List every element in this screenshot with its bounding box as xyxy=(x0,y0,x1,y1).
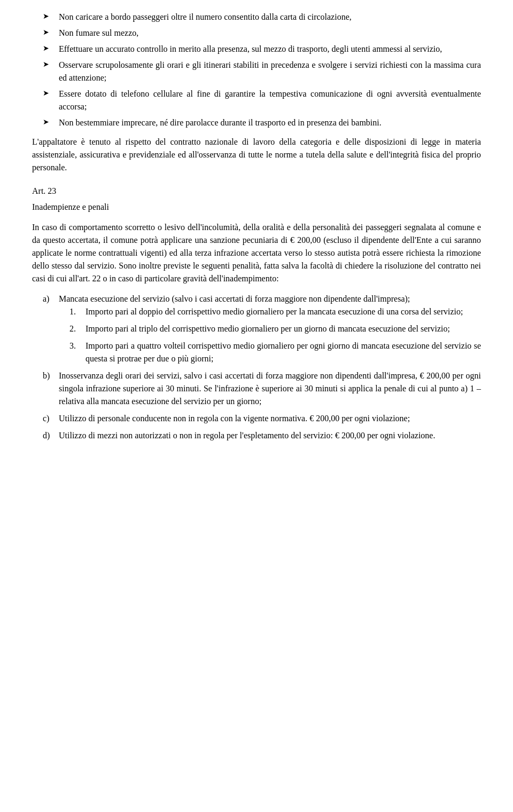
bullet-list: Non caricare a bordo passeggeri oltre il… xyxy=(32,11,481,129)
letter-label-a: a) xyxy=(43,293,49,305)
lettered-text-a: Mancata esecuzione del servizio (salvo i… xyxy=(59,294,410,303)
lettered-item-a: a) Mancata esecuzione del servizio (salv… xyxy=(43,293,481,365)
bullet-text-4: Osservare scrupolosamente gli orari e gl… xyxy=(59,60,481,82)
paragraph-sanzioni: In caso di comportamento scorretto o les… xyxy=(32,221,481,285)
bullet-item-3: Effettuare un accurato controllo in meri… xyxy=(43,43,481,56)
bullet-text-5: Essere dotato di telefono cellulare al f… xyxy=(59,89,481,111)
numbered-text-1: Importo pari al doppio del corrispettivo… xyxy=(86,307,463,316)
numbered-item-1: 1. Importo pari al doppio del corrispett… xyxy=(69,305,481,318)
bullet-text-3: Effettuare un accurato controllo in meri… xyxy=(59,44,442,53)
lettered-item-d: d) Utilizzo di mezzi non autorizzati o n… xyxy=(43,429,481,442)
numbered-text-2: Importo pari al triplo del corrispettivo… xyxy=(86,324,450,333)
letter-label-b: b) xyxy=(43,369,50,382)
lettered-list: a) Mancata esecuzione del servizio (salv… xyxy=(32,293,481,442)
numbered-item-2: 2. Importo pari al triplo del corrispett… xyxy=(69,322,481,335)
bullet-item-4: Osservare scrupolosamente gli orari e gl… xyxy=(43,59,481,84)
letter-label-c: c) xyxy=(43,412,49,425)
paragraph-appaltatore: L'appaltatore è tenuto al rispetto del c… xyxy=(32,136,481,174)
bullet-item-5: Essere dotato di telefono cellulare al f… xyxy=(43,88,481,113)
letter-label-d: d) xyxy=(43,429,50,442)
lettered-item-c: c) Utilizzo di personale conducente non … xyxy=(43,412,481,425)
bullet-item-6: Non bestemmiare imprecare, né dire parol… xyxy=(43,116,481,129)
lettered-text-c: Utilizzo di personale conducente non in … xyxy=(59,414,410,423)
section-title: Inadempienze e penali xyxy=(32,201,481,214)
number-label-1: 1. xyxy=(69,305,76,318)
lettered-item-b: b) Inosservanza degli orari dei servizi,… xyxy=(43,369,481,408)
lettered-text-d: Utilizzo di mezzi non autorizzati o non … xyxy=(59,431,435,440)
numbered-item-3: 3. Importo pari a quattro volteil corris… xyxy=(69,340,481,365)
bullet-item-1: Non caricare a bordo passeggeri oltre il… xyxy=(43,11,481,23)
bullet-text-6: Non bestemmiare imprecare, né dire parol… xyxy=(59,118,382,127)
bullet-text-2: Non fumare sul mezzo, xyxy=(59,28,138,37)
numbered-sublist: 1. Importo pari al doppio del corrispett… xyxy=(59,305,481,365)
number-label-3: 3. xyxy=(69,340,76,352)
bullet-text-1: Non caricare a bordo passeggeri oltre il… xyxy=(59,12,352,21)
lettered-text-b: Inosservanza degli orari dei servizi, sa… xyxy=(59,371,481,406)
bullet-item-2: Non fumare sul mezzo, xyxy=(43,27,481,40)
art-heading: Art. 23 xyxy=(32,185,481,198)
numbered-text-3: Importo pari a quattro volteil corrispet… xyxy=(86,341,481,363)
number-label-2: 2. xyxy=(69,322,76,335)
